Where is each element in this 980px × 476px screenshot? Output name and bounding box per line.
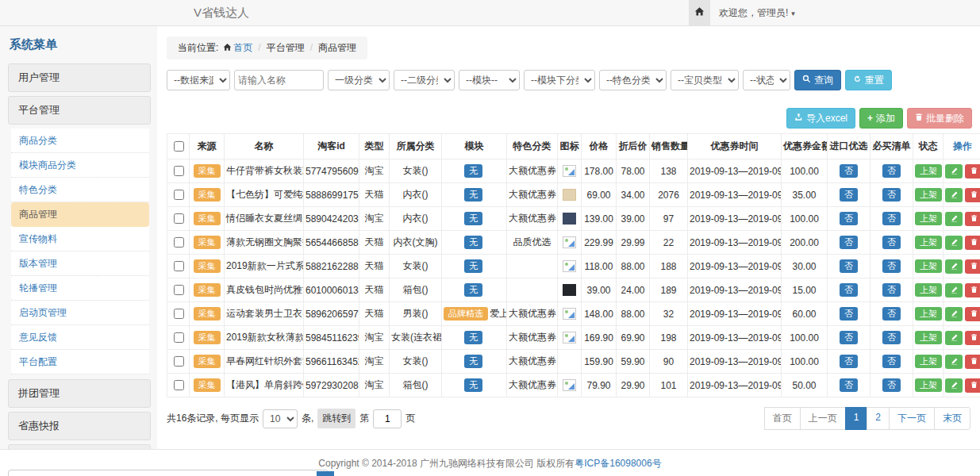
status-badge[interactable]: 上架 [915, 188, 942, 202]
row-checkbox[interactable] [174, 285, 184, 295]
icp-link[interactable]: 粤ICP备16098006号 [575, 458, 661, 469]
page-button[interactable]: 下一页 [889, 407, 935, 430]
category2-select[interactable]: --二级分类-- [394, 70, 455, 90]
status-badge[interactable]: 上架 [915, 355, 942, 368]
row-checkbox[interactable] [174, 190, 184, 200]
row-checkbox[interactable] [174, 237, 184, 248]
import-flag-badge[interactable]: 否 [840, 307, 858, 321]
status-badge[interactable]: 上架 [915, 164, 942, 178]
import-flag-badge[interactable]: 否 [840, 188, 858, 202]
import-excel-button[interactable]: 导入excel [786, 108, 855, 129]
sidebar-subitem[interactable]: 版本管理 [11, 251, 149, 276]
delete-button[interactable] [965, 259, 980, 274]
select-all-checkbox[interactable] [174, 141, 184, 152]
row-checkbox[interactable] [174, 309, 184, 319]
must-buy-flag-badge[interactable]: 否 [882, 378, 901, 392]
must-buy-flag-badge[interactable]: 否 [882, 259, 901, 273]
edit-button[interactable] [945, 188, 963, 202]
status-badge[interactable]: 上架 [915, 378, 942, 392]
data-source-select[interactable]: --数据来源-- [167, 70, 230, 90]
status-badge[interactable]: 上架 [915, 236, 942, 249]
reset-button[interactable]: 重置 [845, 70, 892, 90]
row-checkbox[interactable] [174, 213, 184, 224]
sidebar-item[interactable]: 平台管理 [8, 96, 151, 125]
sidebar-subitem[interactable]: 商品分类 [11, 129, 149, 153]
sidebar-subitem[interactable]: 模块商品分类 [11, 153, 149, 178]
delete-button[interactable] [965, 378, 980, 393]
edit-button[interactable] [945, 378, 963, 393]
module-select[interactable]: --模块-- [459, 70, 520, 90]
edit-button[interactable] [945, 164, 963, 178]
sidebar-subitem[interactable]: 启动页管理 [11, 301, 149, 325]
delete-button[interactable] [965, 236, 980, 250]
row-checkbox[interactable] [174, 356, 184, 367]
import-flag-badge[interactable]: 否 [840, 236, 858, 249]
page-button[interactable]: 上一页 [800, 407, 846, 430]
must-buy-flag-badge[interactable]: 否 [882, 331, 901, 344]
must-buy-flag-badge[interactable]: 否 [882, 236, 901, 249]
edit-button[interactable] [945, 355, 963, 369]
sidebar-subitem[interactable]: 平台配置 [11, 350, 149, 374]
import-flag-badge[interactable]: 否 [840, 378, 858, 392]
status-badge[interactable]: 上架 [915, 331, 942, 344]
status-badge[interactable]: 上架 [915, 283, 942, 297]
edit-button[interactable] [945, 283, 963, 298]
status-badge[interactable]: 上架 [915, 212, 942, 225]
row-checkbox[interactable] [174, 380, 184, 390]
edit-button[interactable] [945, 307, 963, 321]
category1-select[interactable]: 一级分类 [328, 70, 390, 90]
sidebar-subitem[interactable]: 轮播管理 [11, 276, 149, 301]
import-flag-badge[interactable]: 否 [840, 164, 858, 178]
delete-button[interactable] [965, 188, 980, 202]
user-menu[interactable]: 欢迎您，管理员!▾ [719, 0, 795, 26]
sidebar-item[interactable]: 拼团管理 [8, 379, 151, 408]
page-button[interactable]: 1 [845, 407, 868, 430]
sidebar-subitem[interactable]: 意见反馈 [11, 325, 149, 350]
import-flag-badge[interactable]: 否 [840, 212, 858, 225]
edit-button[interactable] [945, 331, 963, 345]
batch-delete-button[interactable]: 批量删除 [907, 108, 972, 129]
home-button[interactable] [689, 0, 710, 25]
delete-button[interactable] [965, 283, 980, 298]
module-subcategory-select[interactable]: --模块下分类-- [524, 70, 595, 90]
row-checkbox[interactable] [174, 166, 184, 176]
sidebar-subitem[interactable]: 宣传物料 [11, 227, 149, 251]
feature-category-select[interactable]: --特色分类-- [599, 70, 667, 90]
sidebar-subitem[interactable]: 商品管理 [11, 202, 149, 227]
edit-button[interactable] [945, 212, 963, 226]
sidebar-item[interactable]: 省惠快报 [8, 412, 151, 440]
status-select[interactable]: --状态-- [743, 70, 790, 90]
import-flag-badge[interactable]: 否 [840, 283, 858, 297]
page-button[interactable]: 首页 [764, 407, 801, 430]
row-checkbox[interactable] [174, 261, 184, 271]
status-badge[interactable]: 上架 [915, 259, 942, 273]
import-flag-badge[interactable]: 否 [840, 355, 858, 368]
delete-button[interactable] [965, 355, 980, 369]
delete-button[interactable] [965, 331, 980, 345]
delete-button[interactable] [965, 307, 980, 321]
edit-button[interactable] [945, 236, 963, 250]
must-buy-flag-badge[interactable]: 否 [882, 164, 901, 178]
import-flag-badge[interactable]: 否 [840, 331, 858, 344]
page-button[interactable]: 末页 [934, 407, 970, 430]
row-checkbox[interactable] [174, 332, 184, 343]
must-buy-flag-badge[interactable]: 否 [882, 188, 901, 202]
add-button[interactable]: + 添加 [859, 108, 903, 129]
must-buy-flag-badge[interactable]: 否 [882, 212, 901, 225]
edit-button[interactable] [945, 259, 963, 274]
page-button[interactable]: 2 [867, 407, 890, 430]
sidebar-subitem[interactable]: 特色分类 [11, 178, 149, 202]
breadcrumb-home-link[interactable]: 首页 [233, 42, 252, 53]
sidebar-item[interactable]: 用户管理 [8, 63, 151, 92]
per-page-select[interactable]: 10 [263, 409, 298, 428]
search-button[interactable]: 查询 [794, 70, 841, 90]
import-flag-badge[interactable]: 否 [840, 259, 858, 273]
delete-button[interactable] [965, 212, 980, 226]
delete-button[interactable] [965, 164, 980, 178]
name-search-input[interactable] [234, 70, 324, 90]
must-buy-flag-badge[interactable]: 否 [882, 283, 901, 297]
must-buy-flag-badge[interactable]: 否 [882, 355, 901, 368]
item-type-select[interactable]: --宝贝类型-- [671, 70, 739, 90]
page-number-input[interactable] [373, 409, 402, 428]
status-badge[interactable]: 上架 [915, 307, 942, 321]
